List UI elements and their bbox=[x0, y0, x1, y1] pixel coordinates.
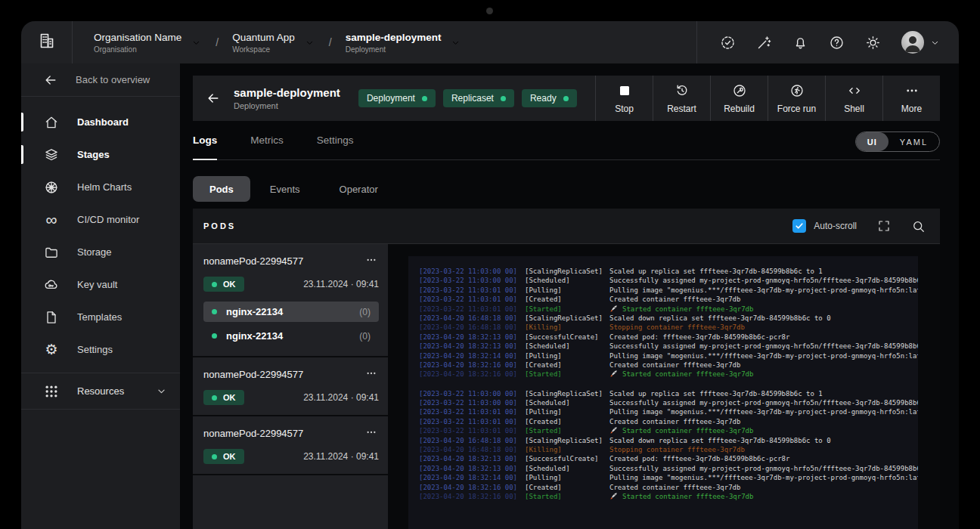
sidebar-item-label: Helm Charts bbox=[77, 181, 132, 193]
sidebar: Back to overview DashboardStagesHelm Cha… bbox=[21, 63, 180, 529]
more-button[interactable]: More bbox=[882, 76, 940, 121]
sidebar-item-dashboard[interactable]: Dashboard bbox=[21, 106, 180, 138]
log-event: [ScalingReplicaSet] bbox=[525, 436, 609, 445]
sidebar-item-label: Settings bbox=[77, 344, 113, 355]
log-line: [2023-04-20 18:32:13 00][SuccessfulCreat… bbox=[419, 333, 918, 342]
log-event: [Scheduled] bbox=[525, 342, 609, 351]
tab-logs[interactable]: Logs bbox=[193, 133, 217, 159]
log-line: [2023-04-20 16:48:18 00][Killing]Stoppin… bbox=[419, 445, 918, 454]
notifications-button[interactable] bbox=[792, 35, 808, 51]
log-message: Started container fffteee-3qr7db bbox=[609, 370, 753, 378]
stop-icon bbox=[619, 83, 630, 98]
rebuild-button[interactable]: Rebuild bbox=[710, 76, 768, 121]
assistant-button[interactable] bbox=[756, 35, 772, 51]
pod-status-badge: OK bbox=[203, 449, 244, 464]
layers-icon bbox=[43, 147, 60, 162]
deployment-header: sample-deployment Deployment DeploymentR… bbox=[193, 76, 940, 121]
theme-toggle-button[interactable] bbox=[865, 35, 881, 51]
pod-card[interactable]: nonamePod-22994577OK23.11.2024 · 09:41 bbox=[193, 357, 388, 416]
log-timestamp: [2023-04-20 18:32:16 00] bbox=[419, 360, 525, 370]
avatar-chevron-icon bbox=[929, 37, 941, 48]
tabs-row: LogsMetricsSettings UIYAML bbox=[193, 133, 940, 160]
status-badge-ready: Ready bbox=[522, 89, 577, 107]
pod-card[interactable]: nonamePod-22994577OK23.11.2024 · 09:41ng… bbox=[193, 244, 388, 357]
log-timestamp: [2023-03-22 11:03:00 00] bbox=[419, 398, 525, 407]
user-menu[interactable] bbox=[901, 31, 941, 54]
breadcrumb-title: Quantum App bbox=[232, 32, 295, 43]
sidebar-item-templates[interactable]: Templates bbox=[21, 301, 180, 333]
file-icon bbox=[43, 310, 60, 325]
breadcrumb-item-organisation[interactable]: Organisation NameOrganisation bbox=[94, 32, 202, 54]
toggle-ui[interactable]: UI bbox=[856, 132, 889, 151]
log-event: [Created] bbox=[525, 483, 609, 492]
breadcrumb: Organisation NameOrganisation/Quantum Ap… bbox=[73, 21, 696, 63]
fullscreen-button[interactable] bbox=[877, 219, 891, 233]
sidebar-item-settings[interactable]: ⚙Settings bbox=[21, 333, 180, 366]
help-button[interactable] bbox=[829, 35, 845, 51]
chevron-down-icon bbox=[304, 37, 315, 48]
pod-menu-button[interactable] bbox=[364, 252, 379, 270]
log-message: Pulling image "mogenius.***/fffteee-3qr7… bbox=[609, 474, 918, 481]
pod-card-header: nonamePod-22994577 bbox=[203, 366, 379, 383]
tab-settings[interactable]: Settings bbox=[317, 133, 354, 159]
container-row[interactable]: nginx-22134(0) bbox=[203, 326, 379, 346]
sidebar-item-label: Key vault bbox=[77, 279, 117, 290]
log-event: [Pulling] bbox=[525, 286, 609, 295]
laptop-bezel: Organisation NameOrganisation/Quantum Ap… bbox=[0, 0, 980, 529]
container-list: nginx-22134(0)nginx-22134(0) bbox=[203, 302, 379, 346]
breadcrumb-item-deployment[interactable]: sample-deploymentDeployment bbox=[346, 32, 462, 54]
pod-card[interactable]: nonamePod-22994577OK23.11.2024 · 09:41 bbox=[193, 416, 388, 475]
camera-dot bbox=[486, 8, 493, 14]
log-event: [Created] bbox=[525, 295, 609, 304]
restart-button[interactable]: Restart bbox=[653, 76, 710, 121]
toggle-yaml[interactable]: YAML bbox=[889, 132, 939, 151]
breadcrumb-item-workspace[interactable]: Quantum AppWorkspace bbox=[232, 32, 315, 54]
topbar: Organisation NameOrganisation/Quantum Ap… bbox=[21, 21, 959, 63]
breadcrumb-text: sample-deploymentDeployment bbox=[346, 32, 442, 54]
back-to-overview[interactable]: Back to overview bbox=[21, 63, 180, 97]
log-message-text: Started container fffteee-3qr7db bbox=[622, 305, 753, 313]
log-timestamp: [2023-04-20 18:32:16 00] bbox=[419, 492, 525, 501]
pod-menu-button[interactable] bbox=[364, 366, 379, 383]
sidebar-item-helm-charts[interactable]: Helm Charts bbox=[21, 171, 180, 203]
rocket-icon bbox=[609, 370, 622, 378]
shell-button[interactable]: Shell bbox=[825, 76, 882, 121]
back-button[interactable] bbox=[193, 76, 234, 121]
tab-metrics[interactable]: Metrics bbox=[250, 133, 284, 159]
log-event: [Killing] bbox=[525, 323, 609, 332]
log-line: [2023-04-20 18:32:14 00][Pulling]Pulling… bbox=[419, 351, 918, 360]
sidebar-item-stages[interactable]: Stages bbox=[21, 138, 180, 171]
log-event: [Started] bbox=[525, 492, 609, 501]
log-message: Created pod: fffteee-3qr7db-84599b8b6c-p… bbox=[609, 333, 789, 341]
log-viewer[interactable]: [2023-03-22 11:03:00 00][ScalingReplicaS… bbox=[408, 256, 918, 529]
log-line: [2023-03-22 11:03:00 00][ScalingReplicaS… bbox=[419, 389, 918, 398]
container-row[interactable]: nginx-22134(0) bbox=[203, 302, 379, 322]
log-line: [2023-04-20 18:32:13 00][Scheduled]Succe… bbox=[419, 464, 918, 473]
cloud-key-icon bbox=[43, 277, 60, 292]
force-run-button[interactable]: Force run bbox=[768, 76, 825, 121]
sidebar-item-ci-cd-monitor[interactable]: ∞CI/CD monitor bbox=[21, 203, 180, 236]
sidebar-item-resources[interactable]: Resources bbox=[21, 373, 180, 410]
subtab-operator[interactable]: Operator bbox=[320, 176, 398, 202]
pods-panel-title: PODS bbox=[203, 221, 236, 230]
pod-menu-button[interactable] bbox=[364, 425, 379, 442]
log-event: [Created] bbox=[525, 360, 609, 370]
app-logo[interactable] bbox=[21, 21, 73, 63]
auto-scroll-checkbox[interactable] bbox=[792, 219, 806, 233]
log-line: [2023-03-22 11:03:00 00][ScalingReplicaS… bbox=[419, 267, 918, 276]
log-event: [Scheduled] bbox=[525, 398, 609, 407]
status-check-button[interactable] bbox=[720, 35, 736, 51]
panel-tools: Auto-scroll bbox=[792, 219, 926, 234]
sidebar-item-storage[interactable]: Storage bbox=[21, 236, 180, 268]
folder-icon bbox=[43, 245, 60, 260]
subtab-events[interactable]: Events bbox=[250, 176, 320, 202]
stop-button[interactable]: Stop bbox=[595, 76, 653, 121]
check-circle-icon bbox=[720, 35, 736, 51]
breadcrumb-text: Quantum AppWorkspace bbox=[232, 32, 295, 54]
bell-icon bbox=[792, 35, 808, 51]
log-message: Successfully assigned my-project-prod-gn… bbox=[609, 465, 918, 472]
subtab-pods[interactable]: Pods bbox=[193, 176, 250, 202]
avatar bbox=[901, 31, 924, 54]
search-button[interactable] bbox=[911, 219, 926, 234]
sidebar-item-key-vault[interactable]: Key vault bbox=[21, 268, 180, 301]
